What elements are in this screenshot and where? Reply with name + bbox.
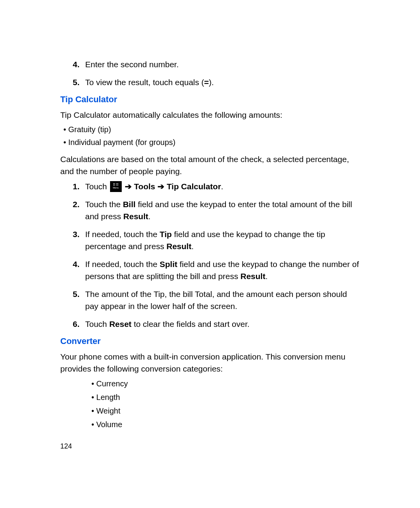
list-item: Volume bbox=[91, 419, 360, 431]
reset-bold: Reset bbox=[109, 319, 131, 328]
step-number: 5. bbox=[73, 288, 85, 312]
step-number: 2. bbox=[73, 198, 85, 223]
step-text: The amount of the Tip, the bill Total, a… bbox=[85, 288, 360, 312]
list-item: 1. Touch ⠿⠿Menu ➔ Tools ➔ Tip Calculator… bbox=[73, 180, 360, 193]
step-text: Touch the Bill field and use the keypad … bbox=[85, 198, 360, 223]
tip-calc-intro: Tip Calculator automatically calculates … bbox=[60, 109, 360, 121]
list-item: Individual payment (for groups) bbox=[63, 137, 360, 148]
list-item: 5. The amount of the Tip, the bill Total… bbox=[73, 288, 360, 312]
tools-bold: Tools bbox=[134, 182, 155, 191]
split-bold: Split bbox=[159, 260, 177, 269]
step-number: 1. bbox=[73, 180, 85, 193]
result-bold: Result bbox=[240, 272, 265, 281]
list-item: Weight bbox=[91, 405, 360, 417]
step-text: If needed, touch the Split field and use… bbox=[85, 258, 360, 283]
step-number: 5. bbox=[73, 76, 85, 89]
tip-bold: Tip bbox=[159, 230, 172, 239]
equals-bold: = bbox=[204, 78, 209, 87]
converter-intro: Your phone comes with a built-in convers… bbox=[60, 351, 360, 375]
intro-steps-list: 4. Enter the second number. 5. To view t… bbox=[73, 58, 360, 88]
arrow-icon: ➔ bbox=[122, 182, 134, 191]
tip-calc-steps: 1. Touch ⠿⠿Menu ➔ Tools ➔ Tip Calculator… bbox=[73, 180, 360, 330]
converter-bullets: Currency Length Weight Volume bbox=[91, 378, 360, 431]
result-bold: Result bbox=[123, 212, 148, 221]
page-number: 124 bbox=[60, 442, 360, 450]
list-item: Length bbox=[91, 391, 360, 403]
list-item: 3. If needed, touch the Tip field and us… bbox=[73, 228, 360, 253]
converter-heading: Converter bbox=[60, 336, 360, 346]
step-number: 4. bbox=[73, 258, 85, 283]
menu-icon: ⠿⠿Menu bbox=[110, 181, 122, 192]
arrow-icon: ➔ bbox=[155, 182, 167, 191]
bill-bold: Bill bbox=[123, 200, 136, 209]
tip-calculator-bold: Tip Calculator bbox=[167, 182, 221, 191]
step-number: 6. bbox=[73, 318, 85, 330]
list-item: 4. If needed, touch the Split field and … bbox=[73, 258, 360, 283]
step-text: Touch ⠿⠿Menu ➔ Tools ➔ Tip Calculator. bbox=[85, 180, 360, 193]
step-text: Enter the second number. bbox=[85, 58, 360, 71]
list-item: 2. Touch the Bill field and use the keyp… bbox=[73, 198, 360, 223]
step-text: If needed, touch the Tip field and use t… bbox=[85, 228, 360, 253]
step-text: Touch Reset to clear the fields and star… bbox=[85, 318, 360, 330]
step-number: 4. bbox=[73, 58, 85, 71]
tip-calc-desc: Calculations are based on the total amou… bbox=[60, 154, 360, 177]
step-number: 3. bbox=[73, 228, 85, 253]
list-item: 4. Enter the second number. bbox=[73, 58, 360, 71]
list-item: Gratuity (tip) bbox=[63, 124, 360, 135]
list-item: 5. To view the result, touch equals (=). bbox=[73, 76, 360, 89]
result-bold: Result bbox=[166, 242, 191, 251]
list-item: Currency bbox=[91, 378, 360, 390]
list-item: 6. Touch Reset to clear the fields and s… bbox=[73, 318, 360, 330]
tip-calculator-heading: Tip Calculator bbox=[60, 94, 360, 105]
step-text: To view the result, touch equals (=). bbox=[85, 76, 360, 89]
tip-calc-bullets: Gratuity (tip) Individual payment (for g… bbox=[63, 124, 360, 148]
